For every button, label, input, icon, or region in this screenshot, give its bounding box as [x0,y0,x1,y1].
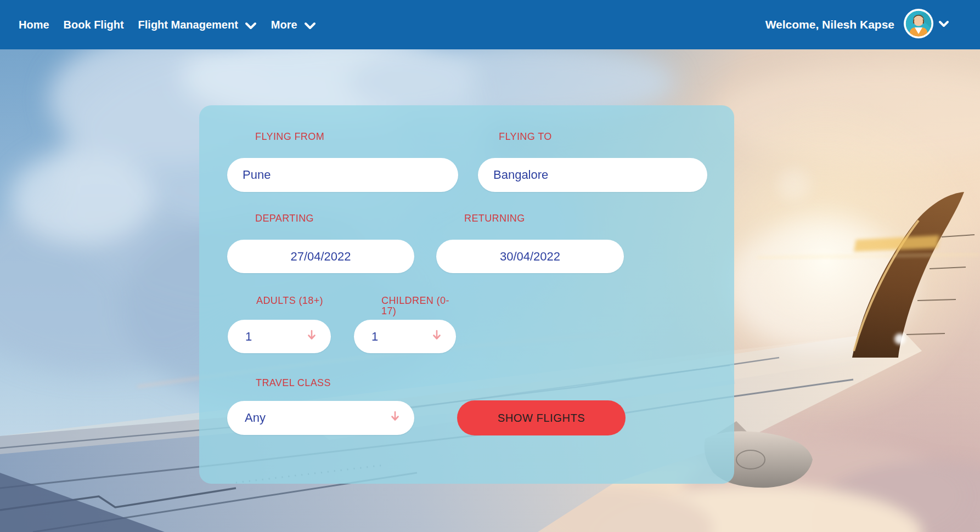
travel-class-label: TRAVEL CLASS [256,378,331,388]
travel-class-select[interactable]: Any [227,401,414,435]
avatar[interactable] [903,8,934,41]
departing-date-input[interactable]: 27/04/2022 [227,240,414,273]
arrow-down-icon [432,330,442,344]
returning-date-value: 30/04/2022 [500,250,560,264]
children-label: CHILDREN (0-17) [381,296,452,316]
chevron-down-icon[interactable] [938,20,949,30]
flying-to-value: Bangalore [493,168,548,182]
arrow-down-icon [390,411,400,425]
adults-label: ADULTS (18+) [256,296,323,306]
flight-search-card: FLYING FROM FLYING TO Pune Bangalore DEP… [199,105,734,484]
departing-date-value: 27/04/2022 [290,250,351,264]
flying-from-input[interactable]: Pune [227,158,458,192]
welcome-text: Welcome, Nilesh Kapse [765,18,894,31]
nav-item-more[interactable]: More [271,18,316,32]
nav-item-label: More [271,19,297,31]
chevron-down-icon [304,20,316,32]
user-menu: Welcome, Nilesh Kapse [765,8,949,41]
nav-item-label: Flight Management [138,19,238,31]
arrow-down-icon [307,330,317,344]
children-value: 1 [371,330,378,344]
departing-label: DEPARTING [255,213,314,224]
flying-from-value: Pune [243,168,271,182]
returning-date-input[interactable]: 30/04/2022 [436,240,624,273]
returning-label: RETURNING [464,213,525,224]
flying-to-input[interactable]: Bangalore [478,158,707,192]
nav-item-label: Home [19,19,49,31]
flying-to-label: FLYING TO [499,132,552,142]
chevron-down-icon [245,20,257,32]
travel-class-value: Any [245,411,266,425]
top-navbar: Home Book Flight Flight Management More … [0,0,980,49]
nav-item-label: Book Flight [64,19,124,31]
nav-menu: Home Book Flight Flight Management More [19,18,316,32]
nav-item-home[interactable]: Home [19,19,49,31]
nav-item-flight-management[interactable]: Flight Management [138,18,257,32]
nav-item-book-flight[interactable]: Book Flight [64,19,124,31]
show-flights-button[interactable]: SHOW FLIGHTS [457,400,626,435]
adults-value: 1 [245,330,252,344]
children-select[interactable]: 1 [354,320,456,353]
profile-dropdown[interactable] [903,8,949,41]
flying-from-label: FLYING FROM [255,132,324,142]
adults-select[interactable]: 1 [228,320,331,353]
